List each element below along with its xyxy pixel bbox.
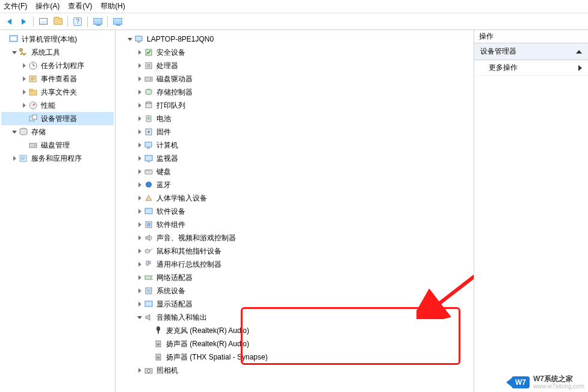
device-mgr-icon <box>28 114 38 123</box>
chevron-right-icon[interactable] <box>136 302 143 306</box>
chevron-right-icon[interactable] <box>136 143 143 148</box>
device-cat-11[interactable]: 人体学输入设备 <box>117 191 472 205</box>
clock-icon <box>28 61 38 70</box>
tree-device-manager[interactable]: 设备管理器 <box>1 112 114 125</box>
chevron-down-icon[interactable] <box>11 51 18 54</box>
chevron-right-icon[interactable] <box>136 368 143 373</box>
chevron-right-icon[interactable] <box>136 50 143 55</box>
chevron-down-icon[interactable] <box>126 38 134 41</box>
device-cat-0[interactable]: 安全设备 <box>117 46 472 59</box>
chevron-right-icon[interactable] <box>136 103 143 108</box>
tree-label: 通用串行总线控制器 <box>155 260 223 270</box>
chevron-right-icon[interactable] <box>136 156 143 161</box>
actions-more[interactable]: 更多操作 <box>474 60 588 76</box>
device-cat-9[interactable]: 键盘 <box>117 165 472 178</box>
tree-event-viewer[interactable]: 事件查看器 <box>1 72 114 86</box>
device-cat-5[interactable]: 电池 <box>117 112 472 125</box>
tree-shared-folders[interactable]: 共享文件夹 <box>1 86 114 99</box>
device-cat-13[interactable]: 软件组件 <box>117 218 472 231</box>
chevron-right-icon[interactable] <box>136 288 143 293</box>
toolbar-monitor2-button[interactable] <box>111 16 124 28</box>
tree-label: 显示适配器 <box>155 299 194 310</box>
device-cat-4[interactable]: 打印队列 <box>117 99 472 112</box>
svg-rect-40 <box>146 261 149 266</box>
chevron-right-icon[interactable] <box>136 262 143 267</box>
device-cat-2[interactable]: 磁盘驱动器 <box>117 72 472 86</box>
device-cat-6[interactable]: 固件 <box>117 125 472 138</box>
svg-rect-44 <box>145 301 152 306</box>
folder-icon <box>54 18 63 25</box>
tree-label: 扬声器 (Realtek(R) Audio) <box>165 339 250 349</box>
device-cat-18[interactable]: 系统设备 <box>117 284 472 297</box>
tree-label: 音频输入和输出 <box>155 313 208 323</box>
tree-services-apps[interactable]: 服务和应用程序 <box>1 152 114 165</box>
toolbar-monitor1-button[interactable] <box>91 16 104 28</box>
chevron-right-icon[interactable] <box>136 129 143 134</box>
svg-rect-31 <box>147 161 150 163</box>
nav-back-button[interactable] <box>2 16 16 28</box>
device-cat-8[interactable]: 监视器 <box>117 152 472 165</box>
chevron-right-icon[interactable] <box>136 196 143 201</box>
device-root[interactable]: LAPTOP-8PE1JQN0 <box>117 33 472 46</box>
audio-device-2[interactable]: 扬声器 (THX Spatial - Synapse) <box>117 350 472 364</box>
main-panes: 计算机管理(本地) 系统工具 任务计划程序 事件查看器 共享文件夹 性能 <box>0 30 588 392</box>
chevron-right-icon[interactable] <box>136 116 143 121</box>
toolbar-folder-button[interactable] <box>51 16 64 28</box>
camera-icon <box>144 366 153 375</box>
tree-label: 软件组件 <box>155 220 187 230</box>
audio-device-0[interactable]: 麦克风 (Realtek(R) Audio) <box>117 324 472 337</box>
menu-help[interactable]: 帮助(H) <box>101 1 125 11</box>
actions-section-header[interactable]: 设备管理器 <box>474 43 588 60</box>
audio-device-1[interactable]: 扬声器 (Realtek(R) Audio) <box>117 337 472 350</box>
device-cat-3[interactable]: 存储控制器 <box>117 86 472 99</box>
menu-action[interactable]: 操作(A) <box>36 1 60 11</box>
device-cat-camera[interactable]: 照相机 <box>117 364 472 377</box>
device-cat-15[interactable]: 鼠标和其他指针设备 <box>117 244 472 258</box>
device-cat-19[interactable]: 显示适配器 <box>117 297 472 311</box>
device-category-icon <box>144 61 153 70</box>
tree-label: 任务计划程序 <box>40 61 85 71</box>
chevron-right-icon[interactable] <box>20 103 28 108</box>
tree-storage[interactable]: 存储 <box>1 125 114 138</box>
tree-task-scheduler[interactable]: 任务计划程序 <box>1 59 114 72</box>
device-cat-1[interactable]: 处理器 <box>117 59 472 72</box>
chevron-right-icon[interactable] <box>136 209 143 214</box>
chevron-down-icon[interactable] <box>11 131 18 134</box>
nav-forward-button[interactable] <box>17 16 30 28</box>
actions-pane: 操作 设备管理器 更多操作 <box>474 30 588 392</box>
chevron-right-icon[interactable] <box>136 76 143 81</box>
tree-performance[interactable]: 性能 <box>1 99 114 112</box>
menu-file[interactable]: 文件(F) <box>4 1 27 11</box>
chevron-right-icon[interactable] <box>136 63 143 68</box>
chevron-right-icon[interactable] <box>136 249 143 254</box>
toolbar-help-button[interactable]: ? <box>71 16 84 28</box>
chevron-right-icon[interactable] <box>11 156 18 161</box>
device-cat-12[interactable]: 软件设备 <box>117 205 472 218</box>
tree-disk-management[interactable]: 磁盘管理 <box>1 138 114 152</box>
chevron-right-icon[interactable] <box>20 63 28 68</box>
device-cat-audio[interactable]: 音频输入和输出 <box>117 311 472 324</box>
device-cat-14[interactable]: 声音、视频和游戏控制器 <box>117 231 472 244</box>
arrow-left-icon <box>7 19 11 25</box>
tree-root-computer-mgmt[interactable]: 计算机管理(本地) <box>1 33 114 46</box>
device-cat-16[interactable]: 通用串行总线控制器 <box>117 258 472 271</box>
chevron-right-icon[interactable] <box>136 182 143 187</box>
tree-system-tools[interactable]: 系统工具 <box>1 46 114 59</box>
menu-view[interactable]: 查看(V) <box>68 1 92 11</box>
chevron-right-icon[interactable] <box>136 90 143 95</box>
svg-rect-28 <box>145 142 152 147</box>
chevron-down-icon[interactable] <box>136 316 143 319</box>
chevron-right-icon[interactable] <box>136 222 143 227</box>
chevron-right-icon[interactable] <box>136 275 143 280</box>
chevron-right-icon[interactable] <box>136 235 143 240</box>
tools-icon <box>19 48 28 57</box>
chevron-right-icon[interactable] <box>136 169 143 174</box>
toolbar-box-button[interactable] <box>37 16 50 28</box>
tree-label: 软件设备 <box>155 207 187 217</box>
device-cat-17[interactable]: 网络适配器 <box>117 271 472 284</box>
device-cat-10[interactable]: 蓝牙 <box>117 178 472 191</box>
services-icon <box>19 154 28 163</box>
chevron-right-icon[interactable] <box>20 76 28 81</box>
chevron-right-icon[interactable] <box>20 90 28 95</box>
device-cat-7[interactable]: 计算机 <box>117 138 472 152</box>
